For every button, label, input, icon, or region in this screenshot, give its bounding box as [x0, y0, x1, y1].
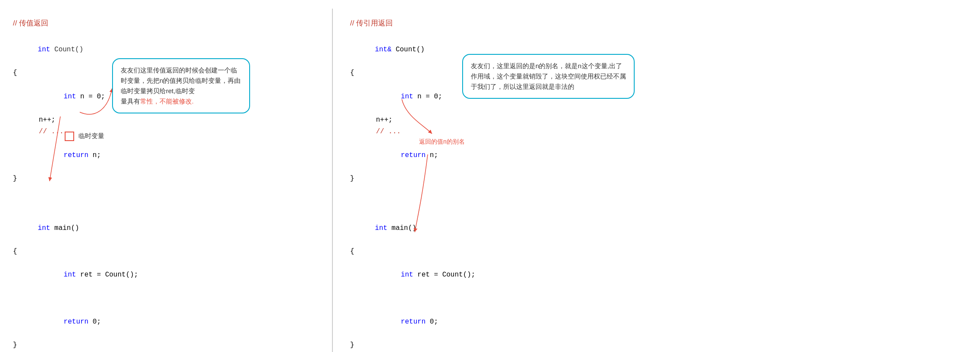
left-main-line1: int main() [13, 211, 315, 246]
left-panel: // 传值返回 int Count() { int n = 0; n++; //… [0, 9, 328, 352]
keyword-int: int [38, 46, 50, 53]
right-main-line6: } [350, 339, 967, 351]
left-main-line5: return 0; [13, 305, 315, 340]
right-main-line2: { [350, 246, 967, 258]
left-main-line2: { [13, 246, 315, 258]
right-panel: // 传引用返回 int& Count() { int n = 0; n++; … [337, 9, 980, 352]
right-arrow-label-text: 返回的值n的别名 [419, 138, 465, 145]
left-main-block: int main() { int ret = Count(); return 0… [13, 211, 315, 351]
right-main-line3: int ret = Count(); [350, 258, 967, 293]
right-count-line3: int n = 0; [350, 79, 967, 115]
right-bubble-text: 友友们，这里返回的是n的别名，就是n这个变量,出了作用域，这个变量就销毁了，这块… [471, 62, 626, 90]
left-main-line4 [13, 293, 315, 305]
right-main-line1: int main() [350, 211, 967, 246]
left-section-comment: // 传值返回 [13, 17, 315, 30]
left-main-line6: } [13, 339, 315, 351]
temp-label-text: 临时变量 [78, 132, 104, 140]
panel-divider [332, 9, 333, 352]
right-main-line4 [350, 293, 967, 305]
left-temp-annotation: 临时变量 [65, 132, 104, 141]
left-count-line7: } [13, 173, 315, 185]
left-main-line3: int ret = Count(); [13, 258, 315, 293]
right-count-line7: } [350, 173, 967, 185]
left-bubble: 友友们这里传值返回的时候会创建一个临时变量，先把n的值拷贝给临时变量，再由临时变… [112, 58, 250, 113]
right-main-line5: return 0; [350, 305, 967, 340]
right-section-comment: // 传引用返回 [350, 17, 967, 30]
right-count-line1: int& Count() [350, 32, 967, 68]
right-bubble: 友友们，这里返回的是n的别名，就是n这个变量,出了作用域，这个变量就销毁了，这块… [462, 54, 635, 99]
left-count-block: int Count() { int n = 0; n++; // ... ret… [13, 32, 315, 185]
temp-box-icon [65, 132, 74, 141]
right-main-block: int main() { int ret = Count(); return 0… [350, 211, 967, 351]
left-count-line5: // ... [13, 126, 315, 138]
right-count-line4: n++; [350, 114, 967, 126]
right-count-line2: { [350, 67, 967, 79]
right-count-block: int& Count() { int n = 0; n++; // ... re… [350, 32, 967, 185]
right-count-line5: // ... [350, 126, 967, 138]
left-count-line6: return n; [13, 138, 315, 173]
left-count-line4: n++; [13, 114, 315, 126]
right-arrow-label: 返回的值n的别名 [419, 138, 465, 146]
